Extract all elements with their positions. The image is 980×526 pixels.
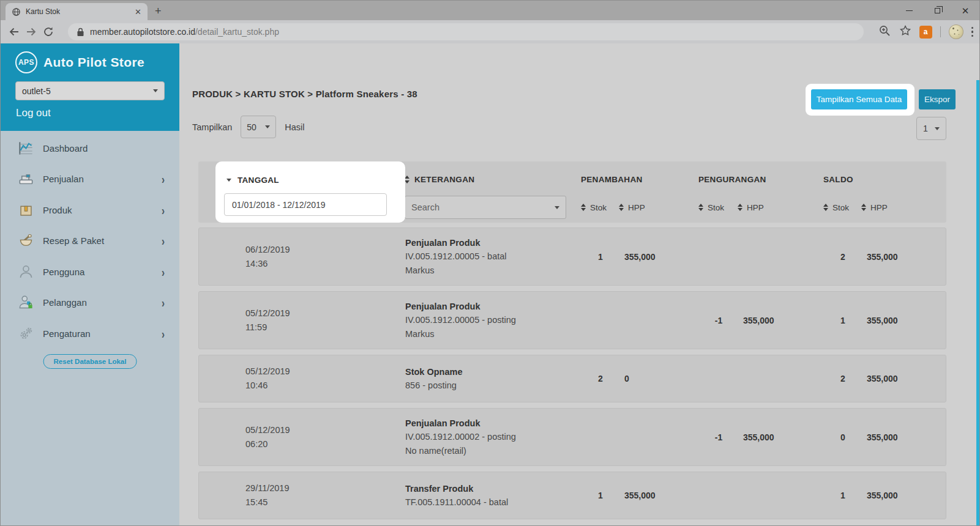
column-header-keterangan[interactable]: KETERANGAN (414, 175, 474, 184)
sidebar-menu-item[interactable]: Pengaturan › (1, 318, 179, 349)
cell-tanggal: 05/12/2019 11:59 (223, 306, 405, 335)
aps-logo-icon: APS (15, 51, 37, 73)
column-header-pengurangan: PENGURANGAN (698, 175, 823, 184)
extension-icon[interactable]: a (919, 26, 932, 39)
menu-item-icon (18, 325, 34, 342)
subheader-penambahan-hpp: HPP (619, 196, 698, 219)
row-date: 05/12/2019 (245, 306, 405, 320)
cell-tanggal: 29/11/2019 15:45 (223, 481, 405, 509)
menu-item-icon (18, 264, 34, 280)
cell-keterangan: Penjualan Produk IV.005.1912.00002 - pos… (405, 417, 582, 458)
row-person: Markus (405, 327, 582, 341)
table-row[interactable]: 05/12/2019 11:59 Penjualan Produk IV.005… (198, 291, 946, 349)
per-page-select[interactable]: 50 (241, 116, 276, 138)
per-page-value: 50 (247, 122, 256, 132)
show-all-data-button[interactable]: Tampilkan Semua Data (811, 89, 907, 109)
table-row[interactable]: 05/12/2019 10:46 Stok Opname 856 - posti… (198, 355, 946, 402)
row-title: Penjualan Produk (405, 300, 582, 314)
chevron-right-icon: › (162, 172, 165, 186)
tutorial-spotlight-show-all: Tampilkan Semua Data (806, 84, 915, 116)
menu-item-label: Produk (43, 205, 72, 215)
cell-pengurangan-stok: -1 (699, 316, 738, 325)
page-select[interactable]: 1 (916, 117, 946, 140)
cell-penambahan-hpp: 0 (619, 374, 699, 383)
logout-link[interactable]: Log out (16, 107, 51, 119)
table-row[interactable]: 29/11/2019 15:45 Transfer Produk TF.005.… (198, 472, 946, 519)
cell-tanggal: 06/12/2019 14:36 (223, 243, 405, 271)
profile-avatar[interactable] (949, 24, 963, 39)
export-button[interactable]: Ekspor (919, 89, 956, 109)
cell-keterangan: Stok Opname 856 - posting (405, 365, 582, 393)
outlet-select[interactable]: outlet-5 (15, 81, 165, 100)
cell-saldo-hpp: 355,000 (862, 252, 947, 262)
cell-saldo-hpp: 355,000 (862, 316, 947, 325)
cell-pengurangan-hpp: 355,000 (738, 432, 824, 442)
cell-saldo-stok: 2 (824, 374, 862, 383)
back-button[interactable] (8, 26, 20, 38)
table-row[interactable]: 05/12/2019 06:20 Penjualan Produk IV.005… (198, 408, 946, 466)
reset-database-button[interactable]: Reset Database Lokal (43, 354, 137, 369)
subheader-saldo-hpp: HPP (861, 196, 946, 219)
cell-saldo-hpp: 355,000 (862, 432, 947, 442)
window-close-button[interactable]: ✕ (951, 1, 979, 20)
bookmark-button[interactable] (899, 24, 911, 39)
sort-icon[interactable] (581, 204, 586, 212)
reload-button[interactable] (42, 26, 54, 38)
sort-icon[interactable] (823, 204, 828, 212)
browser-tab[interactable]: Kartu Stok ✕ (6, 3, 148, 20)
cell-pengurangan-hpp: 355,000 (738, 316, 824, 325)
keterangan-search-select[interactable]: Search (405, 196, 566, 219)
sort-icon[interactable] (619, 204, 624, 212)
globe-favicon-icon (12, 7, 21, 17)
subheader-saldo-stok: Stok (823, 196, 861, 219)
date-range-input[interactable] (224, 193, 387, 216)
cell-saldo-stok: 1 (824, 491, 862, 500)
sort-icon[interactable] (738, 204, 742, 212)
menu-item-label: Pengguna (43, 267, 84, 277)
browser-menu-button[interactable] (971, 27, 974, 37)
row-reference: TF.005.1911.00004 - batal (405, 495, 582, 509)
table-row[interactable]: 06/12/2019 14:36 Penjualan Produk IV.005… (198, 228, 946, 286)
row-time: 10:46 (245, 379, 405, 393)
sort-icon[interactable] (861, 204, 866, 212)
outlet-select-value: outlet-5 (22, 86, 51, 96)
sidebar-menu-item[interactable]: Produk › (1, 194, 179, 226)
menu-item-icon (18, 140, 34, 157)
sidebar-menu-item[interactable]: Pelanggan › (1, 287, 179, 319)
chevron-down-icon (265, 125, 270, 128)
sort-descending-icon[interactable] (226, 179, 231, 182)
cell-saldo-hpp: 355,000 (862, 374, 947, 383)
row-title: Stok Opname (405, 365, 582, 379)
brand-name: Auto Pilot Store (43, 55, 144, 70)
zoom-button[interactable] (878, 24, 891, 40)
cell-pengurangan-stok: -1 (699, 432, 738, 442)
sidebar-menu-item[interactable]: Resep & Paket › (1, 226, 179, 257)
row-reference: IV.005.1912.00005 - posting (405, 313, 582, 327)
sort-icon[interactable] (405, 176, 410, 183)
per-page-label-after: Hasil (285, 122, 304, 132)
url-bar[interactable]: member.autopilotstore.co.id/detail_kartu… (68, 23, 864, 40)
browser-window: Kartu Stok ✕ + ✕ member.autopilo (0, 0, 980, 526)
forward-button[interactable] (25, 26, 37, 38)
cell-penambahan-stok: 2 (582, 374, 619, 383)
new-tab-button[interactable]: + (155, 6, 162, 17)
row-time: 06:20 (245, 437, 405, 451)
browser-titlebar: Kartu Stok ✕ + ✕ (1, 1, 979, 20)
toolbar-separator (940, 26, 941, 37)
sidebar-menu-item[interactable]: Dashboard › (1, 133, 179, 164)
window-restore-button[interactable] (923, 1, 951, 20)
sidebar-menu-item[interactable]: Pengguna › (1, 256, 179, 287)
menu-item-icon (18, 294, 34, 311)
subheader-pengurangan-stok: Stok (698, 196, 738, 219)
chevron-down-icon (555, 206, 559, 209)
column-header-tanggal[interactable]: TANGGAL (238, 176, 279, 185)
sidebar-menu-item[interactable]: Penjualan › (1, 164, 179, 195)
page-scrollbar[interactable] (976, 80, 980, 526)
sort-icon[interactable] (698, 204, 703, 212)
window-minimize-button[interactable] (895, 1, 923, 20)
row-person: No name(retail) (405, 444, 582, 458)
cell-tanggal: 05/12/2019 10:46 (223, 365, 405, 393)
tab-close-icon[interactable]: ✕ (135, 7, 141, 17)
chevron-right-icon: › (162, 265, 165, 278)
forward-arrow-icon (25, 26, 37, 38)
